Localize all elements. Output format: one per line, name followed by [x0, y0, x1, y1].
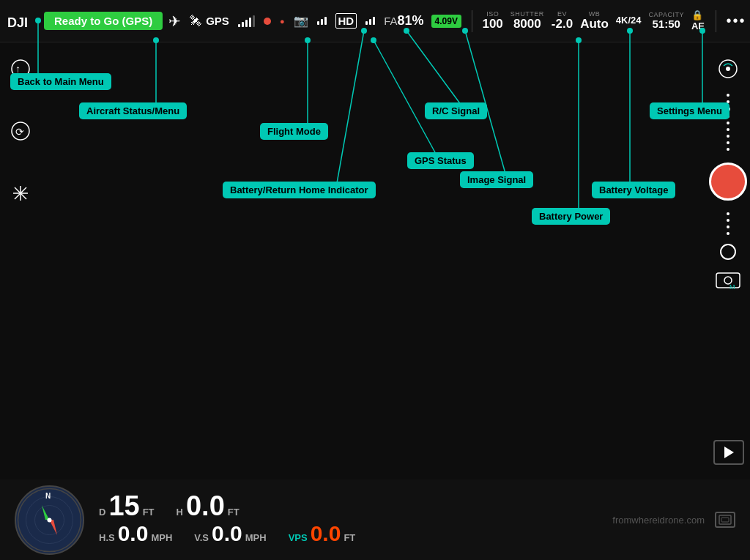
- camera-rotate-icon[interactable]: [715, 56, 741, 85]
- tooltip-battery-voltage: Battery Voltage: [592, 182, 675, 198]
- gps-label: GPS: [206, 15, 229, 27]
- iso-stat: ISO 100: [482, 10, 502, 31]
- header-bar: DJI Ready to Go (GPS) ✈ 🛰 GPS ● 📷: [0, 0, 750, 42]
- gps-group: 🛰 GPS: [190, 15, 229, 28]
- vspeed-unit: MPH: [245, 532, 267, 543]
- exposure-indicator-bottom: [727, 212, 729, 235]
- rec-label: ●: [280, 17, 285, 26]
- svg-point-10: [726, 67, 730, 71]
- drone-icon: ✈: [168, 12, 181, 30]
- tooltip-gps-status: GPS Status: [407, 152, 474, 169]
- vspeed-label: V.S: [194, 532, 209, 543]
- hspeed-label: H.S: [99, 532, 115, 543]
- tooltip-flight-mode: Flight Mode: [260, 123, 328, 140]
- tooltip-rc-signal: R/C Signal: [425, 102, 487, 119]
- distance-altitude-row: D 15 FT H 0.0 FT: [99, 492, 612, 520]
- speed-row: H.S 0.0 MPH V.S 0.0 MPH VPS 0.0 FT: [99, 523, 612, 545]
- ready-status: Ready to Go (GPS): [44, 12, 163, 30]
- rec-indicator: [264, 18, 271, 25]
- bottom-bar: N D 15 FT H 0.0 FT H.S 0.0: [0, 479, 750, 560]
- website-label: fromwhereidrone.com: [612, 515, 705, 526]
- svg-text:M: M: [729, 283, 735, 291]
- compass: N: [15, 485, 84, 555]
- wb-stat: WB Auto: [580, 10, 609, 31]
- altitude-label: H: [177, 507, 183, 518]
- svg-text:DJI: DJI: [7, 15, 28, 30]
- waypoint-icon[interactable]: [10, 183, 31, 209]
- ae-stat: 🔒 AE: [691, 10, 705, 31]
- dji-logo: DJI: [6, 8, 38, 34]
- svg-rect-21: [719, 515, 731, 524]
- vps-unit: FT: [344, 532, 355, 543]
- shutter-stat: SHUTTER 8000: [510, 10, 544, 31]
- return-home-icon[interactable]: ⟳: [10, 121, 31, 146]
- vps-label: VPS: [289, 532, 308, 543]
- tooltip-settings-menu: Settings Menu: [650, 102, 729, 119]
- screenshot-icon[interactable]: [715, 512, 735, 528]
- camera-icon: 📷: [294, 14, 308, 28]
- image-signal-bars: [317, 17, 327, 25]
- altitude-unit: FT: [228, 507, 240, 518]
- vspeed-stat: V.S 0.0 MPH: [194, 523, 266, 545]
- svg-rect-22: [721, 518, 729, 522]
- hspeed-value: 0.0: [118, 523, 149, 545]
- battery-voltage-badge: 4.09V: [431, 15, 461, 28]
- tooltip-back-main: Back to Main Menu: [10, 73, 111, 90]
- distance-unit: FT: [143, 507, 155, 518]
- battery-percent: 81%: [398, 13, 424, 29]
- header-right: 81% 4.09V ISO 100 SHUTTER 8000 EV -2.0 W…: [398, 10, 746, 32]
- resolution-stat: 4K/24: [616, 15, 642, 26]
- header-center: ✈ 🛰 GPS ● 📷 HD: [168, 12, 397, 30]
- altitude-value: 0.0: [186, 492, 225, 520]
- distance-value: 15: [108, 492, 139, 520]
- capacity-stat: CAPACITY 51:50: [649, 11, 684, 31]
- hd-signal-bars: [365, 17, 375, 25]
- hspeed-unit: MPH: [151, 532, 172, 543]
- playback-button[interactable]: [713, 440, 744, 465]
- flight-stats: D 15 FT H 0.0 FT H.S 0.0 MPH V.S 0.0 MPH: [99, 492, 612, 548]
- fa-icon: FA: [384, 15, 397, 27]
- hd-badge: HD: [335, 13, 357, 29]
- svg-rect-11: [716, 273, 740, 288]
- distance-label: D: [99, 507, 105, 518]
- camera-settings-icon[interactable]: M: [715, 270, 741, 294]
- vps-value: 0.0: [311, 523, 341, 545]
- svg-text:N: N: [45, 492, 51, 500]
- vspeed-value: 0.0: [212, 523, 242, 545]
- tooltip-battery-home: Battery/Return Home Indicator: [223, 182, 376, 198]
- rc-signal-bars: [238, 15, 255, 27]
- three-dots-menu[interactable]: •••: [726, 12, 746, 29]
- tooltip-image-signal: Image Signal: [460, 171, 533, 188]
- record-button[interactable]: [709, 163, 747, 201]
- play-triangle-icon: [724, 447, 734, 458]
- tooltip-aircraft-status: Aircraft Status/Menu: [79, 102, 187, 119]
- gps-icon: 🛰: [190, 15, 201, 28]
- hspeed-stat: H.S 0.0 MPH: [99, 523, 172, 545]
- svg-point-20: [48, 518, 52, 522]
- altitude-stat: H 0.0 FT: [177, 492, 240, 520]
- wb-circle: [720, 244, 736, 260]
- ev-stat: EV -2.0: [552, 10, 573, 31]
- distance-stat: D 15 FT: [99, 492, 155, 520]
- vps-stat: VPS 0.0 FT: [289, 523, 356, 545]
- svg-text:⟳: ⟳: [15, 126, 24, 138]
- tooltip-battery-power: Battery Power: [532, 208, 610, 225]
